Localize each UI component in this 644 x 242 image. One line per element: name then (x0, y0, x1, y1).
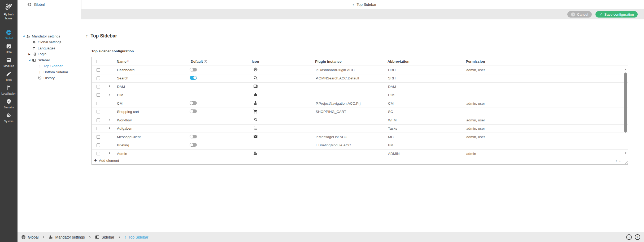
rail-item-tools[interactable]: Tools (0, 71, 18, 81)
dashboard-icon (253, 67, 258, 72)
select-all-checkbox[interactable] (97, 60, 100, 63)
tree-item-history[interactable]: History (18, 75, 81, 81)
info-icon[interactable]: i (204, 60, 207, 63)
tree-item-label: Sidebar (38, 58, 50, 62)
breadcrumb-item-sidebar[interactable]: Sidebar (95, 235, 114, 239)
scrollbar-down-arrow[interactable]: ▼ (624, 151, 627, 155)
rail-item-localization[interactable]: Localization (0, 85, 18, 95)
cancel-button-label: Cancel (577, 12, 588, 16)
tree-expander-expanded[interactable]: ◢ (28, 59, 31, 61)
move-down-button[interactable]: ↓ (619, 158, 621, 163)
save-button-label: Save configuration (604, 12, 634, 16)
page-title: Top Sidebar (91, 33, 117, 39)
scrollbar-up-arrow[interactable]: ▲ (624, 68, 627, 71)
row-permission: admin, user (466, 118, 628, 122)
row-checkbox[interactable] (97, 68, 100, 72)
tree-item-mandator-settings[interactable]: ◢ Mandator settings (18, 33, 81, 39)
tree-item-bottom-sidebar[interactable]: ↓ Bottom Sidebar (18, 69, 81, 75)
row-permission: admin, user (466, 101, 628, 105)
row-checkbox[interactable] (97, 93, 100, 97)
table-row-admin: Admin ADMIN admin (92, 150, 628, 157)
default-toggle-off[interactable] (190, 135, 197, 138)
tree-expander-collapsed[interactable]: ▶ (28, 53, 31, 56)
tab-top-sidebar[interactable]: ↑ Top Sidebar (352, 0, 376, 9)
arrow-up-icon: ↑ (37, 64, 42, 68)
sidebar-icon (95, 235, 99, 239)
table-row-pim: PIM PIM (92, 91, 628, 100)
default-toggle-on[interactable] (190, 76, 197, 80)
row-abbreviation: ADMIN (388, 152, 466, 156)
system-gear-icon (6, 112, 12, 118)
tree-item-top-sidebar[interactable]: ↑ Top Sidebar (18, 63, 81, 69)
default-toggle-off[interactable] (190, 101, 197, 105)
tab-global-mandator[interactable]: Global (27, 0, 45, 9)
default-toggle-off[interactable] (190, 68, 197, 71)
row-name: Briefing (115, 143, 189, 147)
cancel-button[interactable]: ✕ Cancel (567, 11, 592, 18)
chevron-right-icon[interactable] (108, 93, 112, 97)
data-icon (6, 43, 12, 49)
cancel-circle-icon: ✕ (571, 12, 575, 16)
plus-icon: + (94, 158, 97, 163)
row-name: Admin (115, 152, 189, 156)
breadcrumb-item-mandator-settings[interactable]: Mandator settings (49, 235, 85, 239)
breadcrumb-item-global[interactable]: Global (21, 235, 38, 239)
info-icon[interactable]: i (626, 234, 632, 240)
required-mark: * (127, 60, 129, 63)
row-checkbox[interactable] (97, 127, 100, 130)
tree-item-global-settings[interactable]: Global settings (18, 39, 81, 45)
rail-item-data[interactable]: Data (0, 43, 18, 54)
login-icon (31, 52, 37, 56)
main-top-border (81, 30, 644, 30)
column-name-label: Name (117, 60, 127, 63)
chevron-right-icon[interactable] (108, 126, 112, 131)
header-checkbox-cell (92, 60, 105, 63)
scrollbar-thumb[interactable] (624, 73, 627, 133)
fly-back-home-button[interactable]: Fly back home (0, 0, 18, 20)
arrow-up-icon: ↑ (124, 235, 127, 239)
tree-item-languages[interactable]: Languages (18, 45, 81, 51)
chevron-right-icon[interactable] (108, 118, 112, 122)
bee-logo-icon (4, 2, 14, 11)
breadcrumb-item-top-sidebar[interactable]: ↑ Top Sidebar (124, 235, 148, 239)
tree-expander-expanded[interactable]: ◢ (22, 35, 25, 37)
table-scrollbar: ▲ ▼ (624, 66, 627, 156)
rail-item-modules[interactable]: Modules (0, 57, 18, 67)
add-element-button[interactable]: + Add element (92, 158, 119, 163)
topbar-divider (81, 0, 81, 9)
user-gear-icon (253, 151, 258, 155)
tree-item-login[interactable]: ▶ Login (18, 51, 81, 57)
history-icon (37, 76, 42, 80)
row-checkbox[interactable] (97, 152, 100, 155)
help-icon[interactable]: ? (635, 234, 640, 240)
resize-handle[interactable] (624, 160, 628, 164)
column-header-plugin: Plugin instance (315, 60, 388, 63)
add-element-label: Add element (99, 159, 119, 163)
rail-item-label: Tools (0, 78, 18, 81)
row-checkbox[interactable] (97, 143, 100, 147)
row-permission: admin, user (466, 68, 628, 72)
chevron-right-icon[interactable] (108, 84, 112, 89)
row-checkbox[interactable] (97, 110, 100, 113)
row-checkbox[interactable] (97, 118, 100, 122)
chevron-right-icon[interactable] (108, 151, 112, 156)
default-toggle-off[interactable] (190, 143, 197, 147)
envelope-icon (253, 134, 258, 139)
table-row-cm: CM P.ProjectNavigation.ACC.Prj CM admin,… (92, 99, 628, 108)
fly-back-home-label: Fly back home (0, 12, 18, 20)
rail-item-system[interactable]: System (0, 112, 18, 123)
tree-item-sidebar[interactable]: ◢ Sidebar (18, 57, 81, 63)
rail-item-global[interactable]: Global (0, 29, 18, 40)
toggle-knob (190, 68, 193, 71)
save-configuration-button[interactable]: ✓ Save configuration (595, 11, 638, 18)
default-toggle-off[interactable] (190, 109, 197, 113)
breadcrumb-item-label: Global (28, 235, 38, 239)
move-up-button[interactable]: ↑ (615, 158, 617, 163)
row-checkbox[interactable] (97, 135, 100, 139)
rail-item-label: System (0, 120, 18, 123)
row-checkbox[interactable] (97, 102, 100, 105)
row-checkbox[interactable] (97, 77, 100, 80)
rail-item-security[interactable]: Security (0, 99, 18, 109)
rail-item-label: Modules (0, 64, 18, 67)
row-checkbox[interactable] (97, 85, 100, 88)
